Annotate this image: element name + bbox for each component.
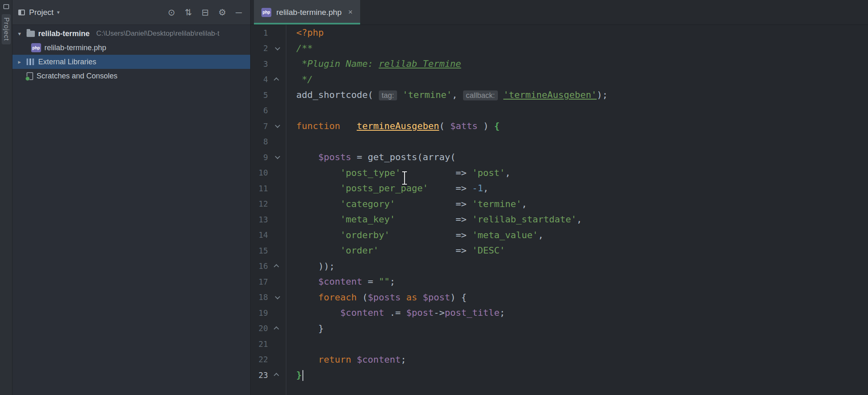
code-token: => (390, 230, 472, 240)
code-token: 'orderby' (340, 230, 390, 240)
code-token: 'termine' (402, 90, 452, 100)
code-token: $atts (450, 121, 478, 131)
chevron-down-icon[interactable]: ▾ (57, 9, 60, 15)
code-line-9[interactable]: $posts = get_posts(array( (296, 149, 868, 165)
code-token: } (296, 370, 302, 380)
code-line-1[interactable]: <?php (296, 25, 868, 41)
code-line-22[interactable]: return $content; (296, 352, 868, 368)
code-line-12[interactable]: 'category' => 'termine', (296, 196, 868, 212)
code-token: 'meta_value' (472, 230, 538, 240)
code-token: , (577, 214, 582, 224)
code-line-4[interactable]: */ (296, 72, 868, 88)
code-line-10[interactable]: 'post_type' => 'post', (296, 165, 868, 181)
code-line-18[interactable]: foreach ($posts as $post) { (296, 290, 868, 305)
code-token: = (362, 276, 379, 287)
project-panel-title[interactable]: Project (29, 8, 54, 17)
code-line-23[interactable]: } (296, 367, 868, 383)
fold-end-icon[interactable] (274, 373, 279, 378)
code-line-19[interactable]: $content .= $post->post_title; (296, 305, 868, 321)
line-number: 11 (251, 184, 268, 193)
line-number: 4 (251, 75, 268, 84)
code-line-13[interactable]: 'meta_key' => 'relilab_startdate', (296, 212, 868, 227)
code-line-11[interactable]: 'posts_per_page' => -1, (296, 180, 868, 196)
code-line-20[interactable]: } (296, 321, 868, 336)
tree-item-project-root[interactable]: ▾ relilab-termine C:\Users\Daniel\Deskto… (12, 27, 250, 41)
code-token: => (428, 183, 472, 193)
code-token: , (505, 168, 510, 178)
project-stripe-button[interactable]: Project (2, 14, 11, 44)
code-token: $posts (318, 152, 351, 162)
code-token: , (538, 230, 544, 240)
fold-collapse-icon[interactable] (275, 154, 280, 159)
line-number: 13 (251, 215, 268, 224)
code-line-16[interactable]: )); (296, 258, 868, 274)
tab-relilab-termine-php[interactable]: php relilab-termine.php × (254, 0, 360, 24)
gutter-line: 22 (251, 352, 286, 368)
code-token: = get_posts(array( (351, 152, 456, 162)
chevron-expanded-icon[interactable]: ▾ (16, 30, 23, 37)
code-token: $content (340, 307, 384, 318)
hide-panel-icon[interactable]: ─ (236, 7, 242, 17)
tab-label: relilab-termine.php (276, 8, 341, 17)
libraries-icon (27, 59, 35, 65)
code-token: */ (296, 74, 313, 85)
fold-slot (268, 124, 286, 128)
chevron-collapsed-icon[interactable]: ▸ (16, 59, 23, 65)
code-line-3[interactable]: *Plugin Name: relilab Termine (296, 56, 868, 72)
project-root-label: relilab-termine (38, 29, 90, 38)
gutter-line: 8 (251, 134, 286, 150)
php-file-icon: php (261, 8, 271, 17)
gutter-line: 17 (251, 274, 286, 290)
gutter-line: 23 (251, 367, 286, 383)
tree-item-external-libraries[interactable]: ▸ External Libraries (12, 55, 250, 69)
editor-gutter: 1234567891011121314151617181920212223 (251, 25, 286, 395)
project-panel-header: Project ▾ ⊙ ⇅ ⊟ ⚙ ─ (12, 0, 250, 25)
code-line-8[interactable] (296, 134, 868, 150)
code-token: tag: (379, 90, 397, 100)
line-number: 18 (251, 293, 268, 302)
code-token (296, 152, 318, 162)
code-area[interactable]: <?php/** *Plugin Name: relilab Termine *… (286, 25, 868, 395)
code-line-21[interactable] (296, 336, 868, 352)
locate-file-icon[interactable]: ⊙ (168, 7, 175, 17)
code-token: relilab Termine (379, 59, 461, 69)
code-line-6[interactable] (296, 103, 868, 119)
tool-window-stripe-icon[interactable] (3, 4, 9, 9)
fold-end-icon[interactable] (274, 326, 279, 332)
fold-end-icon[interactable] (274, 77, 279, 83)
tree-item-scratches[interactable]: Scratches and Consoles (12, 69, 250, 83)
fold-collapse-icon[interactable] (275, 294, 280, 299)
gutter-line: 2 (251, 41, 286, 56)
fold-slot (268, 46, 286, 50)
close-tab-icon[interactable]: × (348, 8, 353, 17)
fold-collapse-icon[interactable] (275, 45, 280, 50)
code-token: 'meta_key' (340, 214, 395, 224)
fold-end-icon[interactable] (274, 264, 279, 269)
fold-collapse-icon[interactable] (275, 123, 280, 128)
code-line-5[interactable]: add_shortcode( tag: 'termine', callback:… (296, 87, 868, 103)
code-line-7[interactable]: function termineAusgeben( $atts ) { (296, 118, 868, 134)
gutter-line: 14 (251, 227, 286, 243)
gutter-line: 16 (251, 258, 286, 274)
code-token (351, 354, 356, 365)
code-line-14[interactable]: 'orderby' => 'meta_value', (296, 227, 868, 243)
code-line-2[interactable]: /** (296, 41, 868, 56)
line-number: 12 (251, 199, 268, 208)
line-number: 5 (251, 90, 268, 100)
code-token: "" (379, 276, 390, 287)
project-panel-toolbar: ⊙ ⇅ ⊟ ⚙ ─ (168, 7, 244, 17)
code-token: $post (423, 292, 450, 302)
settings-gear-icon[interactable]: ⚙ (218, 7, 226, 17)
sort-icon[interactable]: ⇅ (185, 7, 192, 17)
code-token (397, 90, 402, 100)
code-line-15[interactable]: 'order' => 'DESC' (296, 243, 868, 258)
ide-window: Project Project ▾ ⊙ ⇅ ⊟ ⚙ ─ ▾ relilab-te… (0, 0, 868, 395)
gutter-line: 13 (251, 212, 286, 227)
line-number: 15 (251, 246, 268, 255)
fold-slot (268, 155, 286, 159)
code-line-17[interactable]: $content = ""; (296, 274, 868, 290)
tree-item-php-file[interactable]: php relilab-termine.php (12, 41, 250, 55)
project-tree: ▾ relilab-termine C:\Users\Daniel\Deskto… (12, 25, 250, 83)
collapse-all-icon[interactable]: ⊟ (202, 7, 209, 17)
fold-slot (268, 78, 286, 81)
